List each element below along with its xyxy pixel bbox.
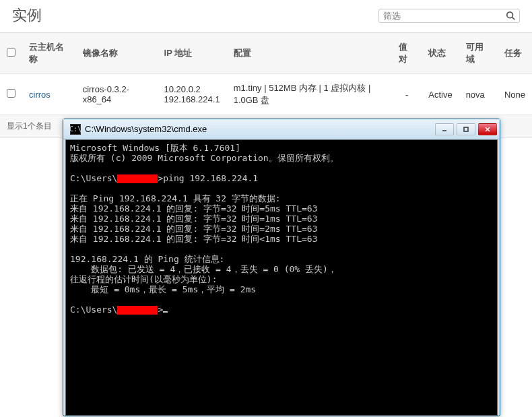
table-row: cirros cirros-0.3.2-x86_64 10.20.0.2192.… (0, 74, 532, 115)
cmd-title: C:\Windows\system32\cmd.exe (85, 124, 435, 134)
instance-link[interactable]: cirros (29, 90, 51, 100)
row-checkbox[interactable] (7, 89, 15, 98)
minimize-icon (441, 126, 448, 133)
col-image: 镜像名称 (76, 33, 158, 74)
close-button[interactable] (478, 123, 497, 135)
cell-config: m1.tiny | 512MB 内存 | 1 虚拟内核 | 1.0GB 盘 (227, 74, 393, 115)
cell-status: Active (422, 74, 459, 115)
maximize-button[interactable] (457, 123, 475, 135)
filter-input[interactable] (383, 11, 506, 21)
cell-image: cirros-0.3.2-x86_64 (76, 74, 158, 115)
cmd-titlebar[interactable]: C:\ C:\Windows\system32\cmd.exe (63, 119, 500, 138)
cmd-icon: C:\ (70, 124, 81, 135)
col-host: 云主机名称 (22, 33, 76, 74)
close-icon (484, 126, 491, 133)
col-config: 配置 (227, 33, 393, 74)
svg-line-1 (512, 18, 515, 20)
filter-box[interactable] (378, 9, 520, 23)
page-header: 实例 (0, 0, 532, 33)
svg-point-0 (507, 12, 513, 18)
page-title: 实例 (12, 5, 42, 26)
maximize-icon (463, 126, 469, 133)
col-status: 状态 (422, 33, 459, 74)
cell-zone: nova (459, 74, 498, 115)
cell-ip: 10.20.0.2192.168.224.1 (158, 74, 227, 115)
col-ip: IP 地址 (158, 33, 227, 74)
col-pair: 值对 (392, 33, 422, 74)
cmd-window[interactable]: C:\ C:\Windows\system32\cmd.exe Microsof… (63, 119, 500, 138)
minimize-button[interactable] (435, 123, 454, 135)
col-task: 任务 (498, 33, 532, 74)
svg-rect-3 (464, 127, 468, 131)
cell-task: None (498, 74, 532, 115)
select-all-checkbox[interactable] (7, 48, 15, 57)
table-header-row: 云主机名称 镜像名称 IP 地址 配置 值对 状态 可用域 任务 (0, 33, 532, 74)
col-zone: 可用域 (459, 33, 498, 74)
search-icon (506, 11, 515, 20)
window-buttons (435, 123, 497, 135)
cell-pair: - (392, 74, 422, 115)
